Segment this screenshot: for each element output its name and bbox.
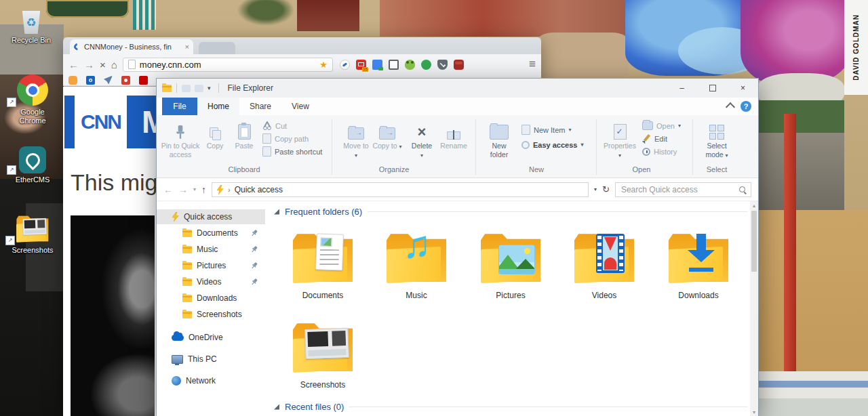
copy-button[interactable]: Copy	[201, 118, 229, 157]
recent-locations-icon[interactable]: ▾	[193, 186, 196, 192]
explorer-body: Quick access Documents Music Pictures	[157, 201, 758, 416]
search-input[interactable]	[620, 184, 738, 195]
sidebar-item-downloads[interactable]: Downloads	[157, 291, 265, 306]
new-folder-button[interactable]: New folder	[482, 118, 516, 157]
bookmark-icon[interactable]	[68, 76, 77, 85]
sidebar-item-quick-access[interactable]: Quick access	[157, 209, 265, 224]
sidebar-item-pictures[interactable]: Pictures	[157, 258, 265, 273]
help-button[interactable]: ?	[741, 101, 751, 112]
couch-extension-icon[interactable]	[454, 60, 464, 70]
sidebar-item-documents[interactable]: Documents	[157, 226, 265, 241]
article-headline[interactable]: This mig	[71, 169, 157, 196]
sidebar-item-music[interactable]: Music	[157, 242, 265, 257]
easy-access-button[interactable]: Easy access ▾	[521, 140, 583, 150]
paste-shortcut-button[interactable]: Paste shortcut	[262, 146, 322, 157]
folder-tile-documents[interactable]: Documents	[282, 228, 363, 300]
quick-access-toolbar-icon[interactable]	[182, 85, 191, 92]
forward-icon[interactable]: →	[84, 60, 94, 70]
explorer-titlebar[interactable]: ▾ File Explorer – ×	[157, 79, 758, 98]
recent-files-header[interactable]: Recent files (0)	[274, 402, 747, 412]
scroll-down-icon[interactable]: ▾	[750, 408, 758, 416]
sidebar-item-network[interactable]: Network	[157, 373, 265, 388]
collapse-triangle-icon[interactable]	[274, 404, 279, 410]
browser-menu-icon[interactable]: ≡	[529, 58, 536, 71]
search-icon[interactable]	[738, 186, 747, 194]
back-icon[interactable]: ←	[163, 185, 173, 194]
desktop-icon-google-chrome[interactable]: ↗ Google Chrome	[8, 75, 57, 125]
scrollbar[interactable]: ▴ ▾	[750, 201, 758, 416]
stop-icon[interactable]: ×	[100, 60, 106, 70]
select-mode-icon	[709, 125, 724, 140]
sidebar-item-videos[interactable]: Videos	[157, 274, 265, 289]
screenshot-extension-icon[interactable]	[389, 60, 399, 70]
sidebar-item-screenshots[interactable]: Screenshots	[157, 307, 265, 322]
call-extension-icon[interactable]	[340, 60, 350, 70]
speech-bubble-extension-icon[interactable]	[421, 60, 431, 70]
home-icon[interactable]: ⌂	[111, 60, 117, 70]
search-box[interactable]	[615, 182, 751, 197]
frequent-folders-header[interactable]: Frequent folders (6)	[274, 207, 747, 217]
mail-extension-icon[interactable]: 15	[356, 60, 366, 70]
qat-dropdown-icon[interactable]: ▾	[208, 85, 211, 91]
collapse-ribbon-icon[interactable]	[726, 102, 735, 112]
chat-extension-icon[interactable]	[372, 60, 382, 70]
address-bar[interactable]: money.cnn.com ★	[123, 58, 333, 72]
history-button[interactable]: History	[642, 146, 677, 157]
tab-view[interactable]: View	[281, 98, 319, 115]
copy-path-button[interactable]: Copy path	[262, 133, 309, 144]
bookmark-star-icon[interactable]: ★	[319, 60, 328, 69]
folder-tile-vide os[interactable]: Videos	[564, 228, 645, 300]
maximize-button[interactable]	[697, 79, 728, 98]
folder-tile-downloads[interactable]: Downloads	[658, 228, 739, 300]
sidebar-item-this-pc[interactable]: This PC	[157, 352, 265, 367]
copy-path-icon	[262, 133, 271, 144]
new-tab-button[interactable]	[199, 42, 235, 54]
bookmark-outlook-icon[interactable]	[86, 76, 95, 85]
address-breadcrumb[interactable]: › Quick access	[212, 182, 589, 197]
folder-tile-pictures[interactable]: Pictures	[470, 228, 551, 300]
pin-to-quick-access-button[interactable]: Pin to Quick access	[161, 118, 200, 157]
rename-button[interactable]: Rename	[437, 118, 470, 157]
cut-button[interactable]: Cut	[262, 121, 287, 131]
tab-home[interactable]: Home	[197, 98, 239, 115]
frog-extension-icon[interactable]	[405, 60, 415, 70]
open-button[interactable]: Open ▾	[642, 121, 681, 131]
collapse-triangle-icon[interactable]	[274, 209, 279, 215]
edit-button[interactable]: Edit	[642, 133, 667, 144]
desktop-icon-ethercms[interactable]: ↗ EtherCMS	[8, 146, 57, 184]
breadcrumb-location[interactable]: Quick access	[235, 185, 283, 194]
up-icon[interactable]: ↑	[201, 185, 206, 194]
minimize-button[interactable]: –	[667, 79, 697, 98]
scroll-up-icon[interactable]: ▴	[750, 201, 758, 210]
delete-button[interactable]: × Delete ▾	[408, 118, 436, 157]
new-item-button[interactable]: New Item ▾	[521, 125, 571, 135]
quick-access-toolbar-icon[interactable]	[195, 85, 203, 92]
group-label: New	[496, 165, 577, 173]
bookmark-cnn-icon[interactable]	[139, 76, 148, 85]
tab-file[interactable]: File	[162, 98, 197, 115]
select-mode-button[interactable]: Select mode ▾	[698, 118, 736, 157]
move-to-button[interactable]: Move to ▾	[341, 118, 371, 157]
properties-button[interactable]: Properties ▾	[601, 118, 638, 157]
folder-tile-screenshots[interactable]: Screenshots	[282, 318, 363, 390]
group-label: Open	[604, 165, 679, 173]
tab-close-icon[interactable]: ×	[185, 43, 189, 51]
refresh-icon[interactable]: ↻	[602, 184, 610, 194]
copy-to-button[interactable]: Copy to ▾	[372, 118, 402, 157]
paste-button[interactable]: Paste	[230, 118, 258, 157]
close-button[interactable]: ×	[728, 79, 758, 98]
pocket-extension-icon[interactable]	[437, 60, 448, 70]
bookmark-plane-icon[interactable]	[104, 76, 113, 85]
desktop-icon-screenshots[interactable]: ↗ Screenshots	[7, 213, 58, 255]
desktop-icon-recycle-bin[interactable]: ♻ Recycle Bin	[9, 11, 53, 45]
address-dropdown-icon[interactable]: ▾	[594, 186, 597, 192]
folder-tile-music[interactable]: ♫ Music	[376, 228, 457, 300]
back-icon[interactable]: ←	[68, 60, 79, 70]
bookmark-icon[interactable]	[121, 76, 130, 85]
button-label: New Item	[534, 126, 565, 134]
sidebar-item-onedrive[interactable]: OneDrive	[157, 330, 265, 345]
tab-share[interactable]: Share	[239, 98, 281, 115]
scrollbar-thumb[interactable]	[751, 211, 757, 272]
browser-tab[interactable]: CNNMoney - Business, fin ×	[70, 39, 193, 54]
forward-icon[interactable]: →	[178, 185, 188, 194]
